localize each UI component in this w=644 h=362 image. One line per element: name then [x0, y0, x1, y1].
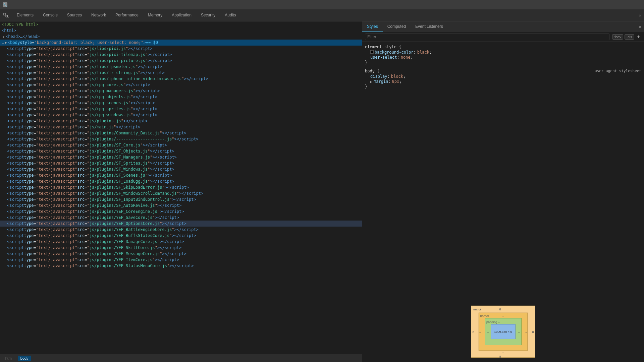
- dom-line: <script type="text/javascript" src="js/p…: [0, 184, 362, 190]
- tab-elements[interactable]: Elements: [12, 9, 38, 21]
- tab-console[interactable]: Console: [38, 9, 62, 21]
- maximize-button[interactable]: [610, 0, 626, 9]
- tag-text: <html>: [2, 28, 16, 33]
- css-prop-bg-color: background-color : black ;: [365, 50, 641, 55]
- script-src-link[interactable]: js/plugins/SF_InputBindControl.js: [90, 197, 169, 202]
- script-src-link[interactable]: js/plugins/SF_Objects.js: [90, 149, 148, 154]
- dom-line: <script type="text/javascript" src="js/l…: [0, 46, 362, 52]
- script-src-link[interactable]: js/plugins/SF_Managers.js: [90, 155, 150, 160]
- right-tab-more[interactable]: »: [636, 21, 644, 32]
- tab-performance[interactable]: Performance: [111, 9, 143, 21]
- script-src-link[interactable]: js/libs/fpsmeter.js: [90, 64, 136, 69]
- script-src-link[interactable]: js/rpg_scenes.js: [90, 101, 128, 105]
- tab-bar: Elements Console Sources Network Perform…: [0, 9, 644, 21]
- script-src-link[interactable]: js/plugins/YEP_SaveCore.js: [90, 215, 153, 220]
- dom-line: <script type="text/javascript" src="js/p…: [0, 208, 362, 215]
- dom-line: <script type="text/javascript" src="js/r…: [0, 112, 362, 118]
- body-selector-text: body {: [365, 69, 379, 73]
- tab-application[interactable]: Application: [167, 9, 196, 21]
- dom-line: <script type="text/javascript" src="js/l…: [0, 52, 362, 58]
- script-src-link[interactable]: js/plugins/YEP_MessageCore.js: [90, 251, 160, 256]
- script-src-link[interactable]: js/rpg_windows.js: [90, 113, 131, 117]
- script-src-link[interactable]: js/plugins/SF_Scenes.js: [90, 173, 145, 178]
- devtools-panel: Elements Console Sources Network Perform…: [0, 9, 644, 362]
- tab-computed[interactable]: Computed: [383, 21, 411, 32]
- close-button[interactable]: [626, 0, 641, 9]
- tab-memory[interactable]: Memory: [143, 9, 167, 21]
- script-src-link[interactable]: js/plugins/Community_Basic.js: [90, 131, 160, 135]
- cls-button[interactable]: .cls: [625, 34, 634, 40]
- script-src-link[interactable]: js/plugins/YEP_BattleEngineCore.js: [90, 227, 172, 232]
- dom-line: <script type="text/javascript" src="js/p…: [0, 245, 362, 251]
- dom-scroll[interactable]: <!DOCTYPE html><html>▶<head>…</head>… ▼ …: [0, 21, 362, 354]
- script-src-link[interactable]: js/plugins/--------------------.js: [90, 137, 172, 141]
- script-src-link[interactable]: js/plugins/SF_WindowScrollCommand.js: [90, 191, 177, 196]
- tabbar-left: [0, 9, 12, 21]
- script-src-link[interactable]: js/plugins/SF_LoadOgg.js: [90, 179, 148, 184]
- add-style-button[interactable]: +: [636, 34, 641, 40]
- script-src-link[interactable]: js/plugins/YEP_ItemCore.js: [90, 257, 153, 262]
- body-selector: body { user agent stylesheet: [365, 69, 641, 73]
- dom-line: <script type="text/javascript" src="js/l…: [0, 76, 362, 82]
- color-swatch-black[interactable]: [370, 50, 374, 54]
- script-src-link[interactable]: js/plugins/YEP_OptionsCore.js: [90, 221, 160, 226]
- dom-line: ▶<head>…</head>: [0, 34, 362, 40]
- script-src-link[interactable]: js/rpg_managers.js: [90, 88, 133, 93]
- script-src-link[interactable]: js/plugins.js: [90, 119, 121, 123]
- script-src-link[interactable]: js/libs/iphone-inline-video.browser.js: [90, 76, 182, 81]
- breadcrumb-bar: htmlbody: [0, 354, 362, 362]
- script-src-link[interactable]: js/libs/pixi-picture.js: [90, 58, 145, 63]
- breadcrumb-tag[interactable]: html: [3, 356, 15, 361]
- dom-line: <script type="text/javascript" src="js/p…: [0, 233, 362, 239]
- dom-line: <script type="text/javascript" src="js/p…: [0, 215, 362, 221]
- script-src-link[interactable]: js/rpg_objects.js: [90, 95, 131, 99]
- doctype-text: <!DOCTYPE html>: [2, 22, 38, 27]
- css-close-brace-2: }: [365, 84, 641, 89]
- right-panel: Styles Computed Event Listeners » :hov .…: [362, 21, 644, 362]
- margin-expand-arrow[interactable]: ▶: [370, 80, 374, 83]
- minimize-button[interactable]: [595, 0, 610, 9]
- script-src-link[interactable]: js/plugins/SF_Windows.js: [90, 167, 148, 172]
- script-src-link[interactable]: js/plugins/SF_Sprites.js: [90, 161, 148, 166]
- tab-event-listeners[interactable]: Event Listeners: [411, 21, 448, 32]
- tab-sources[interactable]: Sources: [62, 9, 87, 21]
- script-src-link[interactable]: js/plugins/YEP_BuffsStatesCore.js: [90, 233, 169, 238]
- expand-arrow[interactable]: ▼: [4, 41, 8, 45]
- dom-line: <script type="text/javascript" src="js/p…: [0, 190, 362, 196]
- dom-line: <script type="text/javascript" src="js/p…: [0, 263, 362, 269]
- dom-line: <script type="text/javascript" src="js/r…: [0, 94, 362, 100]
- expand-icon[interactable]: ▶: [2, 35, 6, 39]
- hov-button[interactable]: :hov: [612, 34, 623, 40]
- tab-network[interactable]: Network: [87, 9, 111, 21]
- main-area: <!DOCTYPE html><html>▶<head>…</head>… ▼ …: [0, 21, 644, 362]
- tab-audits[interactable]: Audits: [220, 9, 240, 21]
- selector-text: element.style {: [365, 45, 401, 49]
- breadcrumb-tag[interactable]: body: [18, 356, 31, 361]
- script-src-link[interactable]: js/libs/pixi-tilemap.js: [90, 52, 145, 57]
- filter-input[interactable]: [365, 34, 609, 40]
- script-src-link[interactable]: js/plugins/YEP_CoreEngine.js: [90, 209, 157, 214]
- user-agent-source[interactable]: user agent stylesheet: [595, 69, 641, 73]
- script-src-link[interactable]: js/rpg_sprites.js: [90, 107, 131, 111]
- tab-more[interactable]: »: [636, 9, 644, 21]
- svg-text:margin: margin: [473, 308, 483, 311]
- css-prop-user-select: user-select : none ;: [365, 55, 641, 60]
- dom-line: <script type="text/javascript" src="js/l…: [0, 64, 362, 70]
- script-src-link[interactable]: js/plugins/SF_Core.js: [90, 143, 141, 147]
- tab-security[interactable]: Security: [196, 9, 220, 21]
- script-src-link[interactable]: js/plugins/YEP_StatusMenuCore.js: [90, 263, 167, 268]
- script-src-link[interactable]: js/rpg_core.js: [90, 82, 123, 87]
- inspect-icon[interactable]: [1, 11, 11, 20]
- script-src-link[interactable]: js/main.js: [90, 125, 114, 129]
- script-src-link[interactable]: js/plugins/YEP_SkillCore.js: [90, 245, 155, 250]
- script-src-link[interactable]: js/libs/lz-string.js: [90, 70, 138, 75]
- script-src-link[interactable]: js/plugins/SF_SkipLoadError.js: [90, 185, 162, 190]
- script-src-link[interactable]: js/libs/pixi.js: [90, 46, 126, 51]
- script-src-link[interactable]: js/plugins/SF_AutoRevive.js: [90, 203, 155, 208]
- css-prop-display: display : block ;: [365, 74, 641, 79]
- filter-pseudo-buttons: :hov .cls: [612, 34, 634, 40]
- tab-styles[interactable]: Styles: [362, 21, 383, 32]
- dom-line: <!DOCTYPE html>: [0, 21, 362, 27]
- script-src-link[interactable]: js/plugins/YEP_DamageCore.js: [90, 239, 157, 244]
- dom-line: <script type="text/javascript" src="js/p…: [0, 172, 362, 178]
